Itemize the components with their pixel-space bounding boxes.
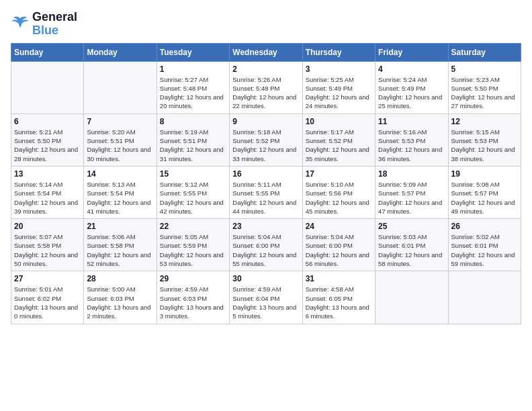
calendar-cell: 28Sunrise: 5:00 AM Sunset: 6:03 PM Dayli…: [84, 271, 157, 324]
calendar-table: SundayMondayTuesdayWednesdayThursdayFrid…: [11, 43, 521, 324]
day-number: 4: [378, 64, 445, 74]
day-info: Sunrise: 4:58 AM Sunset: 6:05 PM Dayligh…: [306, 285, 372, 320]
day-number: 1: [160, 64, 226, 74]
day-info: Sunrise: 5:08 AM Sunset: 5:57 PM Dayligh…: [451, 180, 518, 216]
day-number: 18: [378, 169, 445, 179]
calendar-cell: 13Sunrise: 5:14 AM Sunset: 5:54 PM Dayli…: [11, 166, 84, 218]
day-info: Sunrise: 5:11 AM Sunset: 5:55 PM Dayligh…: [232, 180, 299, 216]
day-number: 15: [160, 169, 226, 179]
day-info: Sunrise: 5:24 AM Sunset: 5:49 PM Dayligh…: [378, 75, 445, 111]
day-info: Sunrise: 5:01 AM Sunset: 6:02 PM Dayligh…: [14, 285, 81, 320]
header-day-thursday: Thursday: [302, 43, 375, 61]
calendar-cell: 14Sunrise: 5:13 AM Sunset: 5:54 PM Dayli…: [84, 166, 157, 218]
calendar-cell: 4Sunrise: 5:24 AM Sunset: 5:49 PM Daylig…: [375, 61, 448, 113]
header-day-wednesday: Wednesday: [230, 43, 302, 61]
calendar-cell: 12Sunrise: 5:15 AM Sunset: 5:53 PM Dayli…: [448, 113, 521, 166]
calendar-cell: 6Sunrise: 5:21 AM Sunset: 5:50 PM Daylig…: [11, 113, 84, 166]
calendar-week-5: 27Sunrise: 5:01 AM Sunset: 6:02 PM Dayli…: [11, 271, 521, 324]
calendar-cell: 9Sunrise: 5:18 AM Sunset: 5:52 PM Daylig…: [230, 113, 302, 166]
day-number: 31: [306, 274, 372, 283]
calendar-cell: 22Sunrise: 5:05 AM Sunset: 5:59 PM Dayli…: [157, 219, 229, 271]
day-number: 28: [87, 274, 153, 283]
day-info: Sunrise: 5:27 AM Sunset: 5:48 PM Dayligh…: [160, 75, 226, 111]
day-number: 30: [232, 274, 299, 283]
calendar-cell: 7Sunrise: 5:20 AM Sunset: 5:51 PM Daylig…: [84, 113, 157, 166]
day-number: 25: [378, 222, 445, 231]
day-info: Sunrise: 5:20 AM Sunset: 5:51 PM Dayligh…: [87, 128, 153, 163]
day-info: Sunrise: 5:04 AM Sunset: 6:00 PM Dayligh…: [306, 232, 372, 268]
day-info: Sunrise: 5:00 AM Sunset: 6:03 PM Dayligh…: [87, 285, 153, 320]
calendar-body: 1Sunrise: 5:27 AM Sunset: 5:48 PM Daylig…: [11, 61, 521, 324]
calendar-cell: 19Sunrise: 5:08 AM Sunset: 5:57 PM Dayli…: [448, 166, 521, 218]
day-number: 23: [232, 222, 299, 231]
calendar-cell: [11, 61, 84, 113]
calendar-week-3: 13Sunrise: 5:14 AM Sunset: 5:54 PM Dayli…: [11, 166, 521, 218]
calendar-cell: 30Sunrise: 4:59 AM Sunset: 6:04 PM Dayli…: [230, 271, 302, 324]
calendar-cell: 15Sunrise: 5:12 AM Sunset: 5:55 PM Dayli…: [157, 166, 229, 218]
day-info: Sunrise: 4:59 AM Sunset: 6:03 PM Dayligh…: [160, 285, 226, 320]
logo: General Blue: [11, 11, 77, 38]
day-number: 20: [14, 222, 81, 231]
day-number: 26: [451, 222, 518, 231]
day-number: 2: [232, 64, 299, 74]
calendar-week-2: 6Sunrise: 5:21 AM Sunset: 5:50 PM Daylig…: [11, 113, 521, 166]
day-number: 29: [160, 274, 226, 283]
calendar-cell: 24Sunrise: 5:04 AM Sunset: 6:00 PM Dayli…: [302, 219, 375, 271]
day-info: Sunrise: 5:19 AM Sunset: 5:51 PM Dayligh…: [160, 128, 226, 163]
day-number: 27: [14, 274, 81, 283]
day-number: 16: [232, 169, 299, 179]
day-info: Sunrise: 5:23 AM Sunset: 5:50 PM Dayligh…: [451, 75, 518, 111]
calendar-cell: 2Sunrise: 5:26 AM Sunset: 5:48 PM Daylig…: [230, 61, 302, 113]
day-number: 10: [306, 117, 372, 126]
day-info: Sunrise: 5:16 AM Sunset: 5:53 PM Dayligh…: [378, 128, 445, 163]
day-info: Sunrise: 4:59 AM Sunset: 6:04 PM Dayligh…: [232, 285, 299, 320]
day-info: Sunrise: 5:12 AM Sunset: 5:55 PM Dayligh…: [160, 180, 226, 216]
calendar-header-row: SundayMondayTuesdayWednesdayThursdayFrid…: [11, 43, 521, 61]
day-info: Sunrise: 5:09 AM Sunset: 5:57 PM Dayligh…: [378, 180, 445, 216]
calendar-cell: 11Sunrise: 5:16 AM Sunset: 5:53 PM Dayli…: [375, 113, 448, 166]
header-day-tuesday: Tuesday: [157, 43, 229, 61]
day-number: 14: [87, 169, 153, 179]
calendar-cell: 21Sunrise: 5:06 AM Sunset: 5:58 PM Dayli…: [84, 219, 157, 271]
calendar-cell: 8Sunrise: 5:19 AM Sunset: 5:51 PM Daylig…: [157, 113, 229, 166]
calendar-cell: 16Sunrise: 5:11 AM Sunset: 5:55 PM Dayli…: [230, 166, 302, 218]
day-number: 11: [378, 117, 445, 126]
day-info: Sunrise: 5:25 AM Sunset: 5:49 PM Dayligh…: [306, 75, 372, 111]
day-number: 6: [14, 117, 81, 126]
day-number: 24: [306, 222, 372, 231]
day-info: Sunrise: 5:10 AM Sunset: 5:56 PM Dayligh…: [306, 180, 372, 216]
logo-icon: [11, 15, 30, 34]
calendar-cell: 1Sunrise: 5:27 AM Sunset: 5:48 PM Daylig…: [157, 61, 229, 113]
calendar-cell: 27Sunrise: 5:01 AM Sunset: 6:02 PM Dayli…: [11, 271, 84, 324]
calendar-cell: 18Sunrise: 5:09 AM Sunset: 5:57 PM Dayli…: [375, 166, 448, 218]
header-day-sunday: Sunday: [11, 43, 84, 61]
day-number: 9: [232, 117, 299, 126]
calendar-cell: 29Sunrise: 4:59 AM Sunset: 6:03 PM Dayli…: [157, 271, 229, 324]
day-info: Sunrise: 5:17 AM Sunset: 5:52 PM Dayligh…: [306, 128, 372, 163]
header: General Blue: [11, 11, 521, 38]
day-info: Sunrise: 5:04 AM Sunset: 6:00 PM Dayligh…: [232, 232, 299, 268]
day-number: 3: [306, 64, 372, 74]
calendar-week-4: 20Sunrise: 5:07 AM Sunset: 5:58 PM Dayli…: [11, 219, 521, 271]
day-info: Sunrise: 5:06 AM Sunset: 5:58 PM Dayligh…: [87, 232, 153, 268]
calendar-week-1: 1Sunrise: 5:27 AM Sunset: 5:48 PM Daylig…: [11, 61, 521, 113]
logo-text: General Blue: [32, 11, 77, 38]
header-day-friday: Friday: [375, 43, 448, 61]
day-number: 8: [160, 117, 226, 126]
day-info: Sunrise: 5:03 AM Sunset: 6:01 PM Dayligh…: [378, 232, 445, 268]
day-number: 5: [451, 64, 518, 74]
day-number: 21: [87, 222, 153, 231]
day-info: Sunrise: 5:18 AM Sunset: 5:52 PM Dayligh…: [232, 128, 299, 163]
day-number: 22: [160, 222, 226, 231]
day-info: Sunrise: 5:15 AM Sunset: 5:53 PM Dayligh…: [451, 128, 518, 163]
header-day-monday: Monday: [84, 43, 157, 61]
calendar-cell: 31Sunrise: 4:58 AM Sunset: 6:05 PM Dayli…: [302, 271, 375, 324]
day-number: 17: [306, 169, 372, 179]
day-info: Sunrise: 5:26 AM Sunset: 5:48 PM Dayligh…: [232, 75, 299, 111]
calendar-cell: 23Sunrise: 5:04 AM Sunset: 6:00 PM Dayli…: [230, 219, 302, 271]
day-info: Sunrise: 5:05 AM Sunset: 5:59 PM Dayligh…: [160, 232, 226, 268]
calendar-cell: 10Sunrise: 5:17 AM Sunset: 5:52 PM Dayli…: [302, 113, 375, 166]
day-info: Sunrise: 5:13 AM Sunset: 5:54 PM Dayligh…: [87, 180, 153, 216]
day-number: 7: [87, 117, 153, 126]
day-info: Sunrise: 5:02 AM Sunset: 6:01 PM Dayligh…: [451, 232, 518, 268]
